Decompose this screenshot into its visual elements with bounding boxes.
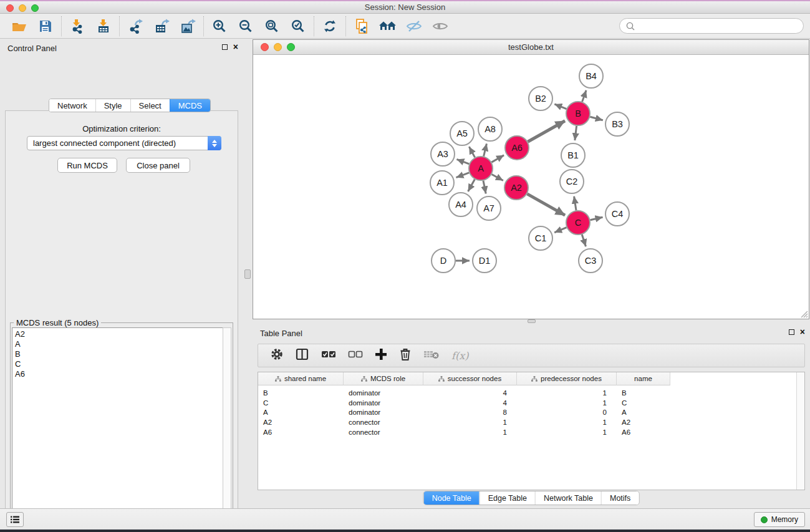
function-builder-icon[interactable]: f(x)	[451, 350, 468, 362]
network-window-titlebar[interactable]: testGlobe.txt	[253, 40, 809, 55]
zoom-window-button[interactable]	[31, 4, 39, 12]
unselect-all-checkboxes-icon[interactable]	[348, 350, 363, 361]
show-columns-icon[interactable]	[296, 348, 309, 363]
edge-A-A5[interactable]	[469, 147, 475, 157]
tab-mcds[interactable]: MCDS	[170, 99, 210, 112]
refresh-network-view-icon[interactable]	[317, 15, 343, 37]
column-header-successor-nodes[interactable]: successor nodes	[423, 372, 517, 385]
edge-A2-C[interactable]	[527, 194, 565, 215]
zoom-network-window-button[interactable]	[287, 43, 295, 51]
column-header-MCDS-role[interactable]: MCDS role	[344, 372, 423, 385]
result-item[interactable]: A2	[15, 329, 224, 339]
result-item[interactable]: A	[15, 339, 224, 349]
export-table-icon[interactable]	[148, 15, 175, 37]
table-settings-gear-icon[interactable]	[270, 347, 284, 364]
table-row-B[interactable]: Bdominator41B	[258, 388, 670, 398]
edge-C-C3[interactable]	[582, 235, 586, 246]
delete-table-icon[interactable]	[423, 349, 440, 362]
edge-B-B4[interactable]	[582, 90, 586, 102]
tab-network[interactable]: Network	[49, 99, 95, 112]
column-header-name[interactable]: name	[617, 372, 670, 385]
show-graphics-details-icon[interactable]	[427, 15, 453, 37]
optimization-criterion-dropdown[interactable]: largest connected component (directed)	[27, 136, 221, 150]
create-network-from-document-icon[interactable]	[349, 15, 375, 37]
edge-A-A7[interactable]	[483, 181, 486, 194]
table-header-row[interactable]: shared nameMCDS rolesuccessor nodesprede…	[258, 372, 670, 385]
table-scrollbar[interactable]	[796, 372, 804, 490]
open-session-icon[interactable]	[6, 15, 32, 37]
zoom-selected-icon[interactable]	[285, 15, 311, 37]
edge-A-A4[interactable]	[468, 180, 475, 191]
tab-node-table[interactable]: Node Table	[424, 491, 480, 505]
close-network-window-button[interactable]	[261, 43, 269, 51]
edge-C-C4[interactable]	[591, 217, 603, 220]
memory-button[interactable]: Memory	[754, 512, 805, 527]
tab-style[interactable]: Style	[95, 99, 130, 112]
resize-grip-icon[interactable]	[801, 311, 808, 317]
column-header-predecessor-nodes[interactable]: predecessor nodes	[517, 372, 617, 385]
edge-A-A3[interactable]	[456, 159, 469, 163]
table-row-A6[interactable]: A6connector11A6	[258, 427, 670, 437]
edge-C-C2[interactable]	[574, 196, 576, 210]
tab-network-table[interactable]: Network Table	[535, 491, 601, 505]
tab-edge-table[interactable]: Edge Table	[480, 491, 535, 505]
select-all-checkboxes-icon[interactable]	[321, 350, 336, 361]
edge-A-A1[interactable]	[456, 173, 470, 178]
close-panel-button[interactable]: Close panel	[126, 158, 190, 173]
table-row-A[interactable]: Adominator80A	[258, 407, 670, 417]
result-item[interactable]: B	[15, 349, 224, 359]
network-canvas[interactable]: B4B2BB3A5A8A6A3B1AA1C2A2A4A7CC4C1C3DD1	[253, 55, 809, 319]
add-column-icon[interactable]	[375, 348, 387, 363]
close-table-panel-icon[interactable]: ×	[800, 329, 805, 335]
zoom-out-icon[interactable]	[233, 15, 259, 37]
edge-B-B1[interactable]	[575, 126, 577, 140]
search-box[interactable]	[619, 18, 804, 34]
save-session-icon[interactable]	[32, 15, 59, 37]
mcds-result-scrollbar[interactable]	[223, 327, 231, 532]
table-row-C[interactable]: Cdominator41C	[258, 398, 670, 408]
edge-A-A8[interactable]	[484, 143, 487, 156]
close-panel-icon[interactable]: ×	[233, 44, 238, 50]
float-panel-icon[interactable]	[222, 44, 228, 50]
zoom-fit-icon[interactable]	[259, 15, 285, 37]
mcds-result-list[interactable]: A2ABCA6	[12, 327, 224, 532]
search-input[interactable]	[635, 21, 791, 31]
edge-A-A2[interactable]	[492, 175, 503, 181]
task-history-button[interactable]	[6, 512, 24, 527]
edge-A-A6[interactable]	[491, 155, 504, 162]
close-window-button[interactable]	[6, 4, 14, 12]
zoom-in-icon[interactable]	[206, 15, 233, 37]
network-graph[interactable]: B4B2BB3A5A8A6A3B1AA1C2A2A4A7CC4C1C3DD1	[253, 55, 809, 319]
tab-select[interactable]: Select	[130, 99, 170, 112]
float-table-panel-icon[interactable]	[789, 329, 794, 335]
minimize-window-button[interactable]	[19, 4, 26, 12]
network-window-controls[interactable]	[261, 43, 295, 51]
node-table[interactable]: shared nameMCDS rolesuccessor nodesprede…	[258, 372, 805, 490]
edge-C-C1[interactable]	[554, 228, 566, 233]
vertical-splitter[interactable]	[243, 39, 253, 508]
mcds-result-title: MCDS result (5 nodes)	[14, 318, 101, 327]
table-row-A2[interactable]: A2connector11A2	[258, 417, 670, 427]
result-item[interactable]: C	[15, 359, 224, 369]
table-toolbar: f(x)	[258, 344, 805, 367]
splitter-handle[interactable]	[244, 269, 251, 279]
run-mcds-button[interactable]: Run MCDS	[57, 158, 117, 173]
control-panel-tabs[interactable]: NetworkStyleSelectMCDS	[49, 99, 211, 112]
edge-B-B3[interactable]	[590, 117, 603, 120]
table-panel-tabs[interactable]: Node TableEdge TableNetwork TableMotifs	[423, 491, 640, 505]
horizontal-splitter-handle[interactable]	[528, 319, 536, 323]
minimize-network-window-button[interactable]	[274, 43, 282, 51]
edge-B-B2[interactable]	[554, 104, 566, 109]
column-header-shared-name[interactable]: shared name	[258, 372, 344, 385]
edge-A6-B[interactable]	[528, 121, 565, 142]
export-image-icon[interactable]	[175, 15, 201, 37]
export-network-icon[interactable]	[122, 15, 148, 37]
delete-column-icon[interactable]	[399, 347, 412, 364]
tab-motifs[interactable]: Motifs	[601, 491, 639, 505]
import-table-from-file-icon[interactable]	[90, 15, 117, 37]
home-icon[interactable]	[375, 15, 401, 37]
window-controls[interactable]	[6, 4, 39, 12]
hide-graphics-details-icon[interactable]	[401, 15, 427, 37]
import-network-from-file-icon[interactable]	[64, 15, 90, 37]
result-item[interactable]: A6	[15, 369, 224, 379]
